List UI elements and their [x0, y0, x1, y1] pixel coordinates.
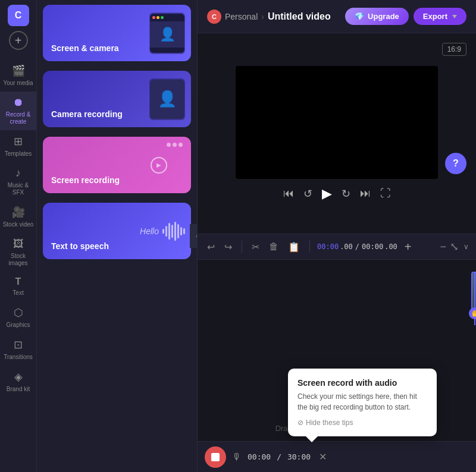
workspace-avatar: C [207, 10, 221, 24]
video-area: 16:9 ⏮ ↺ ▶ ↻ ⏭ ⛶ ? [198, 33, 476, 234]
export-chevron-icon [452, 15, 457, 18]
app-logo[interactable]: C [8, 5, 29, 26]
main-area: C Personal › Untitled video 💎 Upgrade Ex… [198, 0, 476, 472]
skip-forward-button[interactable]: ⏭ [360, 187, 371, 200]
time-total: 00:00 [362, 243, 383, 251]
sidebar-item-templates[interactable]: ⊞ Templates [0, 130, 36, 162]
timeline-time-display: 00:00 .00 / 00:00 .00 [317, 243, 397, 251]
text-to-speech-card[interactable]: Text to speech Hello [43, 203, 191, 259]
hide-tips-button[interactable]: ⊘ Hide these tips [298, 418, 427, 427]
collapse-timeline-button[interactable]: ∨ [464, 243, 469, 251]
upgrade-label: Upgrade [368, 12, 399, 21]
tts-hello-text: Hello [140, 226, 159, 236]
tooltip-title: Screen record with audio [298, 378, 427, 388]
stock-video-icon: 🎥 [12, 206, 25, 219]
record-button[interactable] [205, 446, 226, 468]
video-title[interactable]: Untitled video [268, 11, 331, 22]
sidebar-label-graphics: Graphics [6, 322, 30, 329]
sidebar-label-brand-kit: Brand kit [7, 386, 30, 393]
undo-button[interactable]: ↩ [205, 239, 217, 255]
record-create-icon: ⏺ [13, 96, 24, 109]
sidebar-item-graphics[interactable]: ⬡ Graphics [0, 301, 36, 333]
zoom-controls: − ⤡ [440, 240, 459, 253]
sidebar-label-your-media: Your media [3, 80, 33, 87]
cut-button[interactable]: ✂ [249, 239, 262, 255]
breadcrumb-separator: › [261, 12, 264, 21]
cursor-handle[interactable]: ✋ [469, 307, 476, 319]
camera-recording-card[interactable]: Camera recording 👤 [43, 71, 191, 127]
screen-recording-label: Screen recording [51, 175, 120, 185]
video-controls: ⏮ ↺ ▶ ↻ ⏭ ⛶ [283, 186, 391, 202]
record-create-panel: Screen & camera 👤 Camera recording 👤 [37, 0, 198, 472]
sidebar-label-music-sfx: Music & SFX [2, 182, 34, 196]
text-icon: T [15, 276, 21, 287]
help-button[interactable]: ? [445, 153, 466, 174]
sidebar-label-stock-images: Stock images [2, 253, 34, 267]
sidebar-item-record-create[interactable]: ⏺ Record &create [0, 92, 36, 130]
copy-button[interactable]: 📋 [286, 239, 302, 255]
brand-kit-icon: ◈ [14, 370, 23, 383]
record-time-current: 00:00 [248, 452, 271, 461]
timeline-toolbar: ∨ ↩ ↪ ✂ 🗑 📋 00:00 .00 / 00:00 .00 + − ⤡ [198, 234, 476, 260]
sidebar-label-templates: Templates [5, 150, 32, 158]
screen-camera-label: Screen & camera [51, 43, 119, 53]
record-time-separator: / [277, 452, 281, 461]
play-pause-button[interactable]: ▶ [322, 186, 332, 202]
stock-images-icon: 🖼 [13, 238, 24, 250]
music-icon: ♪ [15, 167, 21, 180]
personal-label: Personal [225, 12, 258, 21]
upgrade-button[interactable]: 💎 Upgrade [345, 8, 409, 25]
add-button[interactable]: + [9, 31, 28, 50]
camera-recording-thumbnail: 👤 [149, 78, 185, 120]
timeline-track: ✋ [198, 272, 476, 313]
sidebar: C + 🎬 Your media ⏺ Record &create ⊞ Temp… [0, 0, 37, 472]
sidebar-item-your-media[interactable]: 🎬 Your media [0, 59, 36, 92]
time-ms-total: .00 [384, 243, 397, 251]
sidebar-item-text[interactable]: T Text [0, 272, 36, 301]
sidebar-item-brand-kit[interactable]: ◈ Brand kit [0, 366, 36, 398]
transitions-icon: ⊡ [14, 338, 23, 351]
collapse-panel-button[interactable]: ‹ [190, 224, 198, 248]
sidebar-item-transitions[interactable]: ⊡ Transitions [0, 333, 36, 366]
screen-camera-thumbnail: 👤 [149, 12, 185, 54]
time-separator: / [355, 243, 359, 251]
record-time-total: 30:00 [287, 452, 311, 461]
add-time-button[interactable]: + [402, 238, 414, 256]
record-close-button[interactable]: ✕ [319, 451, 327, 462]
hide-tips-icon: ⊘ [298, 418, 303, 427]
graphics-icon: ⬡ [14, 306, 23, 319]
mic-icon[interactable]: 🎙 [232, 452, 242, 462]
record-inner [211, 453, 220, 461]
tooltip-popup: Screen record with audio Check your mic … [288, 369, 437, 436]
screen-dots [167, 143, 183, 147]
fullscreen-button[interactable]: ⛶ [380, 187, 391, 200]
fast-forward-button[interactable]: ↻ [342, 187, 350, 200]
text-to-speech-label: Text to speech [51, 241, 109, 251]
bottom-bar: 🎙 00:00 / 30:00 ✕ Screen record with aud… [198, 441, 476, 472]
sidebar-item-stock-video[interactable]: 🎥 Stock video [0, 201, 36, 233]
your-media-icon: 🎬 [12, 64, 25, 77]
time-ms-current: .00 [340, 243, 353, 251]
camera-recording-label: Camera recording [51, 109, 123, 119]
export-label: Export [423, 12, 447, 21]
timeline-cursor[interactable]: ✋ [474, 272, 475, 325]
time-current: 00:00 [317, 243, 339, 251]
screen-recording-card[interactable]: Screen recording ▶ [43, 137, 191, 193]
export-button[interactable]: Export [414, 8, 466, 25]
screen-camera-card[interactable]: Screen & camera 👤 [43, 5, 191, 61]
zoom-out-button[interactable]: − [440, 241, 446, 253]
redo-button[interactable]: ↪ [222, 239, 234, 255]
topbar: C Personal › Untitled video 💎 Upgrade Ex… [198, 0, 476, 33]
fit-button[interactable]: ⤡ [450, 240, 459, 253]
rewind-button[interactable]: ↺ [303, 187, 312, 200]
sidebar-label-stock-video: Stock video [3, 221, 34, 228]
sidebar-item-music-sfx[interactable]: ♪ Music & SFX [0, 162, 36, 201]
sidebar-item-stock-images[interactable]: 🖼 Stock images [0, 233, 36, 272]
tts-content: Hello [140, 222, 185, 241]
video-player [236, 66, 438, 179]
delete-button[interactable]: 🗑 [267, 239, 281, 254]
toolbar-divider-2 [309, 241, 310, 253]
toolbar-divider-1 [242, 241, 242, 253]
aspect-ratio-badge[interactable]: 16:9 [442, 43, 466, 56]
skip-back-button[interactable]: ⏮ [283, 187, 294, 200]
